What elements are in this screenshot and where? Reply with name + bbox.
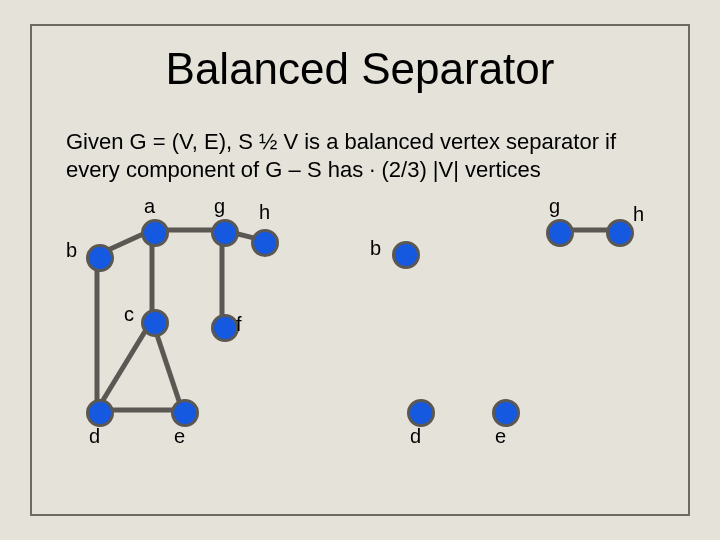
- label-g2: g: [549, 195, 560, 218]
- label-f: f: [236, 313, 242, 336]
- node-d2: [407, 399, 435, 427]
- label-d: d: [89, 425, 100, 448]
- label-e2: e: [495, 425, 506, 448]
- node-f: [211, 314, 239, 342]
- label-a: a: [144, 195, 155, 218]
- label-c: c: [124, 303, 134, 326]
- node-g2: [546, 219, 574, 247]
- svg-line-6: [97, 320, 152, 410]
- node-h: [251, 229, 279, 257]
- node-c: [141, 309, 169, 337]
- node-g: [211, 219, 239, 247]
- label-h2: h: [633, 203, 644, 226]
- label-b: b: [66, 239, 77, 262]
- definition-text: Given G = (V, E), S ½ V is a balanced ve…: [66, 128, 654, 183]
- node-b: [86, 244, 114, 272]
- label-h: h: [259, 201, 270, 224]
- node-h2: [606, 219, 634, 247]
- node-e: [171, 399, 199, 427]
- graph-stage: a b g h c f d e b g h d e: [62, 195, 662, 455]
- label-b2: b: [370, 237, 381, 260]
- node-e2: [492, 399, 520, 427]
- label-e: e: [174, 425, 185, 448]
- page-title: Balanced Separator: [32, 26, 688, 100]
- node-d: [86, 399, 114, 427]
- node-b2: [392, 241, 420, 269]
- label-g: g: [214, 195, 225, 218]
- node-a: [141, 219, 169, 247]
- label-d2: d: [410, 425, 421, 448]
